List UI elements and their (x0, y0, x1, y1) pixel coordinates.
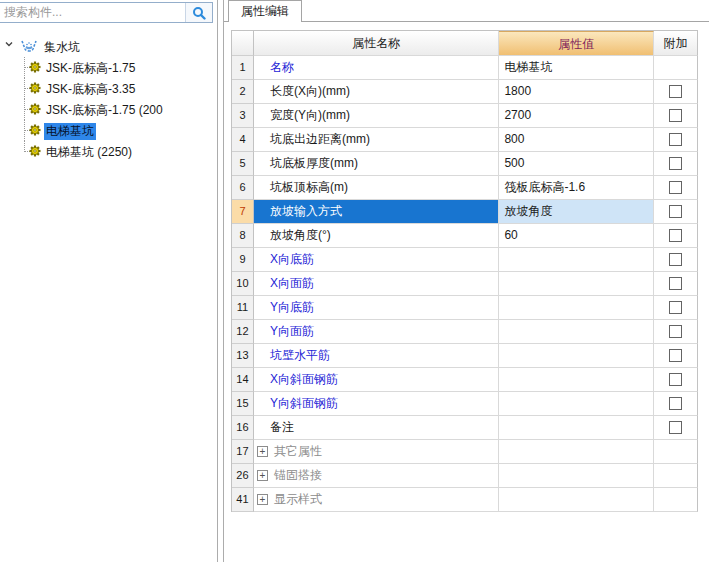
table-row[interactable]: 26+锚固搭接 (232, 464, 698, 488)
property-name[interactable]: +其它属性 (254, 440, 499, 464)
table-row[interactable]: 41+显示样式 (232, 488, 698, 512)
property-name[interactable]: 名称 (254, 56, 499, 80)
property-name[interactable]: Y向底筋 (254, 296, 499, 320)
attach-checkbox[interactable] (669, 157, 682, 170)
table-row[interactable]: 12Y向面筋 (232, 320, 698, 344)
property-name[interactable]: +锚固搭接 (254, 464, 499, 488)
attach-checkbox[interactable] (669, 85, 682, 98)
property-value[interactable] (499, 416, 654, 440)
attach-checkbox[interactable] (669, 397, 682, 410)
property-value[interactable] (499, 272, 654, 296)
row-number: 10 (232, 272, 254, 296)
attach-checkbox[interactable] (669, 181, 682, 194)
tree-item[interactable]: JSK-底标高-1.75 (0, 57, 217, 78)
chevron-down-icon[interactable] (4, 39, 16, 51)
property-value[interactable]: 800 (499, 128, 654, 152)
table-row[interactable]: 8放坡角度(°)60 (232, 224, 698, 248)
attach-cell (654, 248, 698, 272)
tree-root-sump-pit[interactable]: 集水坑 (0, 36, 217, 57)
property-name[interactable]: 放坡角度(°) (254, 224, 499, 248)
property-name[interactable]: +显示样式 (254, 488, 499, 512)
property-name[interactable]: X向斜面钢筋 (254, 368, 499, 392)
table-row[interactable]: 6坑板顶标高(m)筏板底标高-1.6 (232, 176, 698, 200)
property-value[interactable]: 电梯基坑 (499, 56, 654, 80)
row-number: 26 (232, 464, 254, 488)
tree-item[interactable]: JSK-底标高-3.35 (0, 78, 217, 99)
table-row[interactable]: 14X向斜面钢筋 (232, 368, 698, 392)
search-input[interactable]: 搜索构件... (0, 2, 213, 23)
property-name[interactable]: Y向斜面钢筋 (254, 392, 499, 416)
table-row[interactable]: 3宽度(Y向)(mm)2700 (232, 104, 698, 128)
attach-cell (654, 128, 698, 152)
table-row[interactable]: 7放坡输入方式放坡角度 (232, 200, 698, 224)
tree-item[interactable]: JSK-底标高-1.75 (200 (0, 99, 217, 120)
row-number: 8 (232, 224, 254, 248)
property-value[interactable] (499, 464, 654, 488)
tree-item-label[interactable]: JSK-底标高-3.35 (46, 81, 135, 98)
property-name[interactable]: X向底筋 (254, 248, 499, 272)
attach-checkbox[interactable] (669, 301, 682, 314)
expand-plus-icon[interactable]: + (257, 494, 268, 505)
property-value[interactable]: 500 (499, 152, 654, 176)
property-name[interactable]: 坑底板厚度(mm) (254, 152, 499, 176)
tree-item-label[interactable]: 电梯基坑 (44, 123, 96, 140)
attach-checkbox[interactable] (669, 349, 682, 362)
attach-checkbox[interactable] (669, 421, 682, 434)
attach-checkbox[interactable] (669, 325, 682, 338)
property-value[interactable] (499, 488, 654, 512)
tree-item-label[interactable]: JSK-底标高-1.75 (200 (46, 102, 163, 119)
expand-plus-icon[interactable]: + (257, 446, 268, 457)
property-name[interactable]: 坑壁水平筋 (254, 344, 499, 368)
attach-checkbox[interactable] (669, 229, 682, 242)
property-name[interactable]: 备注 (254, 416, 499, 440)
table-row[interactable]: 2长度(X向)(mm)1800 (232, 80, 698, 104)
property-value[interactable] (499, 392, 654, 416)
row-number: 15 (232, 392, 254, 416)
table-row[interactable]: 9X向底筋 (232, 248, 698, 272)
property-value[interactable] (499, 368, 654, 392)
tree-item[interactable]: 电梯基坑 (0, 120, 217, 141)
property-panel: 属性编辑 属性名称 属性值 附加 1名称电梯基坑2长度(X向)(mm)18003… (223, 0, 709, 562)
attach-checkbox[interactable] (669, 253, 682, 266)
table-row[interactable]: 17+其它属性 (232, 440, 698, 464)
attach-checkbox[interactable] (669, 133, 682, 146)
attach-checkbox[interactable] (669, 109, 682, 122)
table-row[interactable]: 5坑底板厚度(mm)500 (232, 152, 698, 176)
tree-item[interactable]: 电梯基坑 (2250) (0, 141, 217, 162)
component-gear-icon (29, 145, 41, 160)
attach-checkbox[interactable] (669, 373, 682, 386)
property-value[interactable] (499, 248, 654, 272)
attach-checkbox[interactable] (669, 205, 682, 218)
property-name[interactable]: 坑底出边距离(mm) (254, 128, 499, 152)
property-value[interactable]: 60 (499, 224, 654, 248)
property-name[interactable]: 坑板顶标高(m) (254, 176, 499, 200)
property-value[interactable] (499, 296, 654, 320)
header-property-name: 属性名称 (254, 31, 499, 56)
table-row[interactable]: 16备注 (232, 416, 698, 440)
table-row[interactable]: 1名称电梯基坑 (232, 56, 698, 80)
table-row[interactable]: 13坑壁水平筋 (232, 344, 698, 368)
property-value[interactable]: 放坡角度 (499, 200, 654, 224)
property-value[interactable]: 2700 (499, 104, 654, 128)
property-name[interactable]: X向面筋 (254, 272, 499, 296)
property-name[interactable]: 放坡输入方式 (254, 200, 499, 224)
property-value[interactable] (499, 320, 654, 344)
property-value[interactable]: 筏板底标高-1.6 (499, 176, 654, 200)
table-row[interactable]: 11Y向底筋 (232, 296, 698, 320)
property-value[interactable] (499, 344, 654, 368)
property-value[interactable] (499, 440, 654, 464)
property-name[interactable]: Y向面筋 (254, 320, 499, 344)
tab-property-edit[interactable]: 属性编辑 (228, 0, 302, 22)
table-row[interactable]: 4坑底出边距离(mm)800 (232, 128, 698, 152)
property-name[interactable]: 宽度(Y向)(mm) (254, 104, 499, 128)
tree-item-label[interactable]: JSK-底标高-1.75 (46, 60, 135, 77)
property-name[interactable]: 长度(X向)(mm) (254, 80, 499, 104)
table-row[interactable]: 15Y向斜面钢筋 (232, 392, 698, 416)
tree-item-label[interactable]: 电梯基坑 (2250) (46, 144, 132, 161)
attach-checkbox[interactable] (669, 277, 682, 290)
tree-root-label[interactable]: 集水坑 (44, 39, 80, 56)
table-row[interactable]: 10X向面筋 (232, 272, 698, 296)
search-button[interactable] (185, 3, 212, 22)
expand-plus-icon[interactable]: + (257, 470, 268, 481)
property-value[interactable]: 1800 (499, 80, 654, 104)
